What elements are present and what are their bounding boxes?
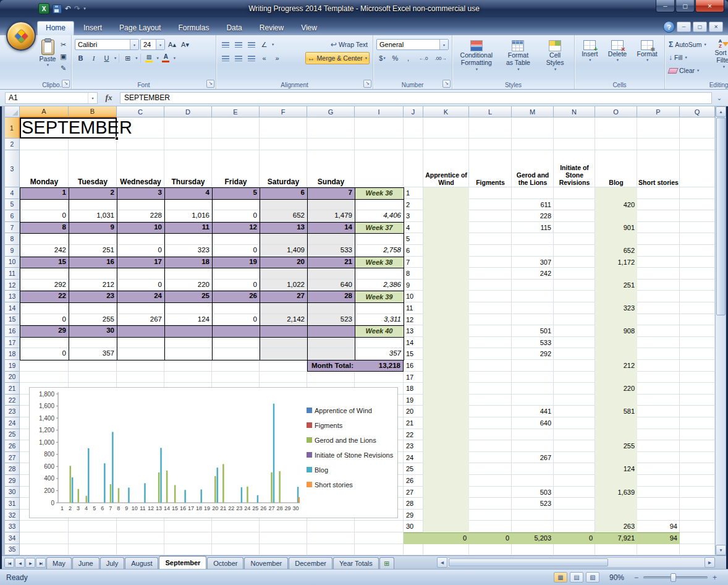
day-header-sunday[interactable]: Sunday (307, 150, 355, 187)
cell-A4[interactable]: 1 (20, 187, 69, 199)
column-header-D[interactable]: D (164, 106, 212, 117)
cell-J5[interactable]: 2 (404, 199, 423, 211)
autosum-button[interactable]: Σ AutoSum▾ (667, 39, 708, 50)
scroll-right-button[interactable]: ▶ (705, 557, 715, 568)
cell-M17[interactable]: 533 (512, 337, 554, 349)
cell-D12[interactable]: 220 (164, 280, 212, 291)
row-header-3[interactable]: 3 (5, 150, 20, 187)
cell-A7[interactable]: 8 (20, 222, 69, 234)
cell-J16[interactable]: 13 (404, 325, 423, 337)
day-header-tuesday[interactable]: Tuesday (69, 150, 117, 187)
cell-B4[interactable]: 2 (69, 187, 117, 199)
row-header-10[interactable]: 10 (5, 257, 20, 268)
number-dialog-launcher[interactable]: ↘ (442, 80, 451, 88)
office-button[interactable] (6, 21, 36, 51)
next-sheet-button[interactable]: ▶ (25, 558, 35, 568)
cell-C18[interactable] (117, 348, 164, 360)
cell-G7[interactable]: 14 (307, 222, 355, 234)
cell-D10[interactable]: 18 (164, 257, 212, 268)
save-button[interactable] (53, 4, 62, 14)
column-header-M[interactable]: M (512, 106, 554, 117)
cell-E4[interactable]: 5 (212, 187, 260, 199)
cell-J9[interactable]: 6 (404, 245, 423, 257)
horizontal-scroll-thumb[interactable] (449, 558, 608, 566)
cell-O30[interactable]: 1,639 (595, 487, 637, 498)
cell-G16[interactable] (307, 325, 355, 337)
cell-B12[interactable]: 212 (69, 280, 117, 291)
font-name-select[interactable]: Calibri ▾ (75, 39, 139, 50)
cell-D9[interactable]: 323 (164, 245, 212, 257)
orientation-button[interactable]: ∠ (258, 40, 270, 50)
cell-O14[interactable]: 323 (595, 302, 637, 314)
project-header-figments[interactable]: Figments (469, 150, 512, 187)
cell-E16[interactable] (212, 325, 260, 337)
project-header-apprentice-of-wind[interactable]: Apprentice of Wind (423, 150, 469, 187)
zoom-in-button[interactable]: + (710, 573, 719, 582)
sheet-tab-june[interactable]: June (72, 557, 99, 569)
fill-color-button[interactable]: ▨ (143, 53, 155, 64)
row-header-8[interactable]: 8 (5, 233, 20, 245)
row-header-11[interactable]: 11 (5, 268, 20, 280)
week-total-week-37[interactable]: 2,758 (355, 245, 404, 257)
comma-style-button[interactable]: , (402, 53, 414, 64)
week-label-week-39[interactable]: Week 39 (355, 291, 404, 302)
zoom-slider-thumb[interactable] (671, 573, 676, 582)
week-total-week-39[interactable]: 3,311 (355, 314, 404, 326)
row-header-23[interactable]: 23 (5, 406, 20, 417)
font-color-dropdown[interactable]: ▾ (174, 56, 176, 61)
cell-O9[interactable]: 652 (595, 245, 637, 257)
cell-F6[interactable]: 652 (260, 210, 307, 222)
row-header-33[interactable]: 33 (5, 521, 20, 532)
font-color-button[interactable]: A (160, 53, 172, 64)
cell-J21[interactable]: 18 (404, 383, 423, 395)
row-header-25[interactable]: 25 (5, 429, 20, 441)
column-header-F[interactable]: F (260, 106, 307, 117)
merge-center-button[interactable]: ↔ Merge & Center ▾ (305, 52, 370, 64)
underline-dropdown[interactable]: ▾ (114, 56, 116, 61)
cell-G6[interactable]: 1,479 (307, 210, 355, 222)
vertical-scrollbar[interactable]: ▲ ▼ (715, 106, 726, 555)
column-header-J[interactable]: J (404, 106, 423, 117)
row-header-29[interactable]: 29 (5, 475, 20, 487)
day-header-wednesday[interactable]: Wednesday (117, 150, 164, 187)
cell-J27[interactable]: 24 (404, 452, 423, 464)
qat-customize-button[interactable]: ▾ (83, 6, 86, 11)
cell-J24[interactable]: 21 (404, 417, 423, 429)
delete-cells-button[interactable]: ✕ Delete ▾ (607, 38, 628, 79)
cell-E12[interactable]: 0 (212, 280, 260, 291)
ribbon-tab-view[interactable]: View (293, 21, 325, 35)
row-header-13[interactable]: 13 (5, 291, 20, 302)
underline-button[interactable]: U (101, 53, 112, 64)
number-format-select[interactable]: General ▾ (376, 39, 449, 50)
column-header-P[interactable]: P (637, 106, 680, 117)
cell-F15[interactable]: 2,142 (260, 314, 307, 326)
cell-B13[interactable]: 23 (69, 291, 117, 302)
redo-button[interactable]: ↷ (74, 5, 80, 12)
row-header-16[interactable]: 16 (5, 325, 20, 337)
cell-B10[interactable]: 16 (69, 257, 117, 268)
zoom-slider[interactable] (643, 576, 708, 579)
sheet-tab-july[interactable]: July (100, 557, 125, 569)
minimize-button[interactable]: ─ (656, 0, 675, 12)
increase-indent-button[interactable]: » (271, 53, 283, 64)
help-button[interactable]: ? (663, 21, 675, 33)
cell-O16[interactable]: 908 (595, 325, 637, 337)
cell-O23[interactable]: 581 (595, 406, 637, 417)
format-cells-button[interactable]: ✱ Format ▾ (636, 38, 659, 79)
ribbon-tab-page-layout[interactable]: Page Layout (111, 21, 169, 35)
workbook-close-button[interactable]: ✕ (709, 22, 723, 32)
project-header-blog[interactable]: Blog (595, 150, 637, 187)
align-right-button[interactable] (245, 53, 257, 64)
alignment-dialog-launcher[interactable]: ↘ (363, 80, 371, 88)
row-header-31[interactable]: 31 (5, 498, 20, 510)
close-button[interactable]: ✕ (695, 0, 724, 12)
row-header-18[interactable]: 18 (5, 348, 20, 360)
cell-D13[interactable]: 25 (164, 291, 212, 302)
cell-F12[interactable]: 1,022 (260, 280, 307, 291)
paste-button[interactable]: Paste ▾ (38, 37, 57, 77)
row-header-4[interactable]: 4 (5, 187, 20, 199)
cell-J4[interactable]: 1 (404, 187, 423, 199)
clear-button[interactable]: Clear▾ (667, 65, 708, 76)
cell-D4[interactable]: 4 (164, 187, 212, 199)
row-header-1[interactable]: 1 (5, 117, 20, 139)
